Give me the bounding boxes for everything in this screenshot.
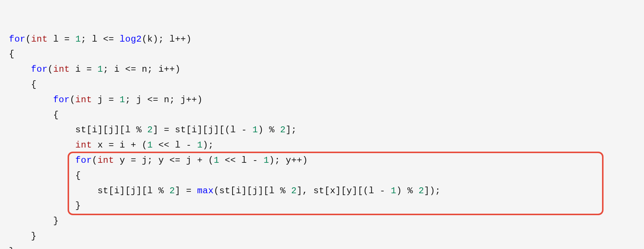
code-line: st[i][j][l % 2] = max(st[i][j][l % 2], s… (9, 184, 644, 199)
token-id (9, 155, 75, 165)
token-id (9, 95, 53, 105)
token-punc: } (9, 246, 14, 249)
token-op: % (158, 186, 164, 196)
token-id (9, 140, 75, 150)
code-line: for(int l = 1; l <= log2(k); l++) (9, 32, 644, 47)
token-id: ( (203, 155, 214, 165)
token-num: 2 (147, 125, 153, 135)
token-id: (k); l (142, 34, 175, 44)
token-op: <= (169, 155, 180, 165)
token-type: int (97, 155, 114, 165)
token-op: << (225, 155, 236, 165)
token-id: l (169, 140, 186, 150)
token-op: = (87, 64, 92, 74)
token-punc: } (9, 216, 59, 226)
token-id (192, 186, 197, 196)
token-num: 2 (291, 186, 297, 196)
code-line: { (9, 168, 644, 184)
token-op: - (241, 125, 247, 135)
token-id (219, 155, 225, 165)
token-id: ] (175, 186, 186, 196)
token-id: ], st[x][y][(l (297, 186, 380, 196)
token-punc: { (9, 49, 14, 59)
code-line: { (9, 77, 644, 93)
token-num: 2 (280, 125, 286, 135)
token-id: st[i][j][l (9, 125, 136, 135)
token-op: << (158, 140, 169, 150)
token-id (9, 64, 31, 74)
token-id (286, 186, 291, 196)
code-block: for(int l = 1; l <= log2(k); l++){ for(i… (0, 0, 644, 249)
token-id: y (114, 155, 131, 165)
token-id: j (92, 95, 109, 105)
token-punc: ( (92, 155, 98, 165)
token-id: n; j (158, 95, 186, 105)
token-num: 1 (147, 140, 153, 150)
code-line: int x = i + (1 << l - 1); (9, 138, 644, 153)
token-punc: { (9, 80, 37, 90)
token-op: % (269, 125, 274, 135)
token-punc: ( (70, 95, 75, 105)
token-id: n; i (136, 64, 164, 74)
token-func: max (197, 186, 214, 196)
code-line: { (9, 108, 644, 123)
token-id (258, 155, 264, 165)
token-op: <= (103, 34, 114, 44)
token-id (114, 95, 120, 105)
token-op: - (253, 155, 258, 165)
token-id (142, 125, 147, 135)
token-op: ++ (175, 34, 186, 44)
token-id: x (92, 140, 109, 150)
token-op: = (108, 95, 114, 105)
token-id: ]); (424, 186, 441, 196)
token-punc: } (9, 231, 37, 241)
token-kw: for (31, 64, 48, 74)
token-id: ( (136, 140, 147, 150)
token-punc: ) (197, 95, 203, 105)
token-op: = (164, 125, 169, 135)
token-punc: ( (26, 34, 31, 44)
token-id (413, 186, 419, 196)
token-id: ); y (269, 155, 292, 165)
token-op: <= (125, 64, 136, 74)
token-kw: for (75, 155, 92, 165)
code-line: } (9, 214, 644, 229)
code-line: } (9, 244, 644, 249)
code-line: for(int i = 1; i <= n; i++) (9, 62, 644, 77)
token-id: ; i (103, 64, 125, 74)
token-op: + (131, 140, 136, 150)
token-id: i (70, 64, 87, 74)
token-id (192, 140, 197, 150)
token-id: j (180, 155, 197, 165)
code-line: for(int y = j; y <= j + (1 << l - 1); y+… (9, 153, 644, 168)
token-id: ] (153, 125, 164, 135)
token-punc: ) (302, 155, 308, 165)
token-id: st[i][j][l (9, 186, 158, 196)
token-id (114, 34, 120, 44)
token-op: ++ (291, 155, 302, 165)
token-type: int (75, 95, 92, 105)
code-line: for(int j = 1; j <= n; j++) (9, 93, 644, 108)
token-id: st[i][j][(l (169, 125, 241, 135)
token-func: log2 (120, 34, 142, 44)
token-type: int (53, 64, 70, 74)
token-op: ++ (186, 95, 197, 105)
token-id: ); (203, 140, 214, 150)
token-id (274, 125, 280, 135)
code-lines: for(int l = 1; l <= log2(k); l++){ for(i… (9, 32, 644, 249)
token-op: = (131, 155, 136, 165)
token-punc: ( (48, 64, 53, 74)
token-punc: ) (175, 64, 180, 74)
token-num: 1 (264, 155, 269, 165)
token-op: ++ (164, 64, 175, 74)
token-op: = (64, 34, 70, 44)
token-num: 1 (197, 140, 203, 150)
token-id (70, 34, 75, 44)
token-id: j; y (136, 155, 169, 165)
token-id: ; l (81, 34, 103, 44)
code-line: } (9, 198, 644, 214)
token-num: 1 (120, 95, 125, 105)
token-num: 1 (97, 64, 103, 74)
token-id: ; j (125, 95, 147, 105)
token-id: ]; (286, 125, 297, 135)
